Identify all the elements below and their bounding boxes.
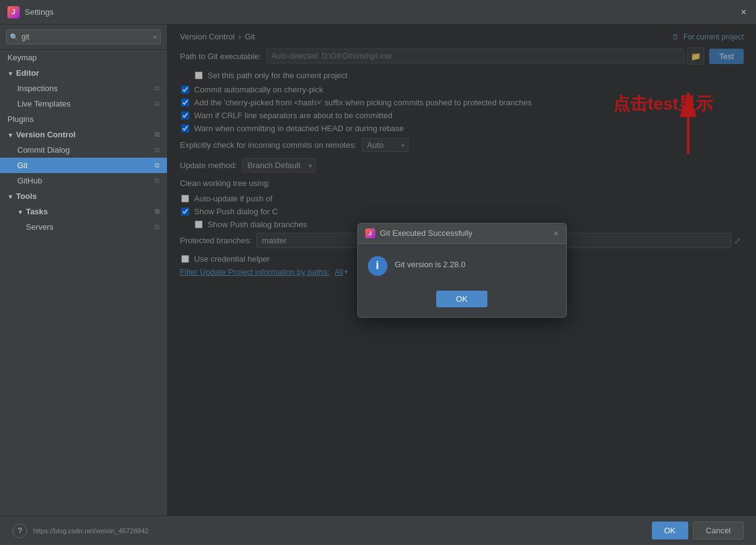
sidebar-item-label: Live Templates bbox=[17, 99, 70, 108]
success-dialog: J Git Executed Successfully × i Git vers… bbox=[357, 223, 567, 318]
sidebar-item-inspections[interactable]: Inspections ⧉ bbox=[0, 81, 167, 96]
sidebar-item-version-control[interactable]: ▼Version Control ⧉ bbox=[0, 127, 167, 142]
search-icon: 🔍 bbox=[10, 33, 18, 41]
content-area: Version Control › Git 🗒 For current proj… bbox=[168, 25, 756, 515]
copy-icon: ⧉ bbox=[155, 177, 160, 185]
collapse-arrow: ▼ bbox=[7, 132, 14, 139]
sidebar-item-label: Editor bbox=[16, 68, 39, 78]
bottom-actions: OK Cancel bbox=[652, 522, 744, 539]
copy-icon: ⧉ bbox=[155, 208, 160, 216]
cancel-button[interactable]: Cancel bbox=[693, 522, 744, 539]
modal-message: Git version is 2.28.0 bbox=[395, 256, 466, 269]
copy-icon: ⧉ bbox=[155, 223, 160, 231]
modal-footer: OK bbox=[358, 286, 566, 317]
sidebar-item-servers[interactable]: Servers ⧉ bbox=[0, 219, 167, 235]
sidebar-item-live-templates[interactable]: Live Templates ⧉ bbox=[0, 96, 167, 111]
sidebar-item-label: Version Control bbox=[16, 130, 76, 139]
sidebar-item-label: Servers bbox=[26, 222, 54, 232]
main-layout: 🔍 × Keymap ▼Editor Inspections ⧉ Live Te… bbox=[0, 25, 756, 515]
collapse-arrow: ▼ bbox=[7, 70, 14, 77]
window-title: Settings bbox=[25, 7, 54, 17]
copy-icon: ⧉ bbox=[155, 100, 160, 108]
sidebar-item-label: Tasks bbox=[26, 207, 48, 216]
modal-body: i Git version is 2.28.0 bbox=[358, 244, 566, 286]
collapse-arrow: ▼ bbox=[7, 193, 14, 200]
info-icon: i bbox=[368, 256, 388, 276]
sidebar-item-label: Inspections bbox=[17, 84, 58, 93]
sidebar-item-label: Commit Dialog bbox=[17, 145, 70, 155]
sidebar-item-tasks[interactable]: ▼Tasks ⧉ bbox=[0, 204, 167, 219]
url-text: https://blog.csdn.net/weixin_45728842 bbox=[33, 527, 148, 535]
sidebar-item-label: GitHub bbox=[17, 176, 42, 185]
sidebar-item-github[interactable]: GitHub ⧉ bbox=[0, 173, 167, 188]
sidebar-item-editor[interactable]: ▼Editor bbox=[0, 65, 167, 81]
copy-icon: ⧉ bbox=[155, 161, 160, 169]
sidebar-item-git[interactable]: Git ⧉ bbox=[0, 158, 167, 173]
search-input[interactable] bbox=[6, 30, 161, 44]
sidebar-item-label: Tools bbox=[16, 192, 37, 201]
modal-title: Git Executed Successfully bbox=[380, 228, 473, 238]
sidebar-item-label: Keymap bbox=[7, 53, 37, 62]
sidebar-item-label: Git bbox=[17, 161, 28, 170]
sidebar-item-keymap[interactable]: Keymap bbox=[0, 50, 167, 65]
sidebar-item-plugins[interactable]: Plugins bbox=[0, 111, 167, 127]
modal-close-button[interactable]: × bbox=[553, 228, 558, 238]
sidebar-item-tools[interactable]: ▼Tools bbox=[0, 188, 167, 204]
clear-icon[interactable]: × bbox=[153, 33, 157, 41]
help-button[interactable]: ? bbox=[12, 523, 27, 538]
app-icon: J bbox=[7, 6, 20, 18]
copy-icon: ⧉ bbox=[155, 84, 160, 92]
modal-overlay: J Git Executed Successfully × i Git vers… bbox=[168, 25, 756, 515]
bottom-bar: ? https://blog.csdn.net/weixin_45728842 … bbox=[0, 515, 756, 545]
sidebar-item-label: Plugins bbox=[7, 115, 34, 124]
copy-icon: ⧉ bbox=[155, 131, 160, 139]
modal-app-icon: J bbox=[365, 228, 375, 238]
modal-ok-button[interactable]: OK bbox=[436, 291, 487, 307]
modal-title-bar: J Git Executed Successfully × bbox=[358, 224, 566, 244]
sidebar: 🔍 × Keymap ▼Editor Inspections ⧉ Live Te… bbox=[0, 25, 168, 515]
sidebar-item-commit-dialog[interactable]: Commit Dialog ⧉ bbox=[0, 142, 167, 158]
collapse-arrow: ▼ bbox=[17, 209, 23, 216]
copy-icon: ⧉ bbox=[155, 146, 160, 154]
title-bar: J Settings × bbox=[0, 0, 756, 25]
close-button[interactable]: × bbox=[739, 7, 749, 17]
sidebar-search-area: 🔍 × bbox=[0, 25, 167, 50]
ok-button[interactable]: OK bbox=[652, 522, 688, 539]
